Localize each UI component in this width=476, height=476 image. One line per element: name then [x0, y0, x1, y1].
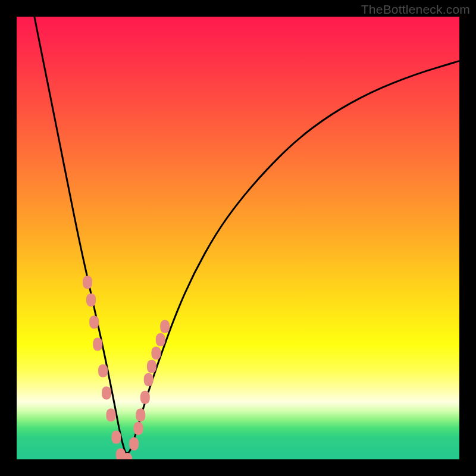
highlight-dot	[160, 320, 170, 333]
highlight-dot	[140, 391, 150, 404]
highlight-dot	[83, 275, 92, 289]
bottleneck-curve	[35, 17, 459, 453]
highlight-dot	[134, 422, 143, 435]
highlight-dot	[107, 409, 116, 422]
highlight-dot	[111, 431, 121, 444]
highlight-dot	[93, 338, 102, 351]
highlight-dot	[86, 293, 96, 306]
highlight-dot	[98, 364, 108, 377]
highlight-dot	[144, 373, 154, 386]
chart-frame: TheBottleneck.com	[0, 0, 476, 476]
highlight-dot	[136, 409, 145, 422]
watermark-text: TheBottleneck.com	[361, 2, 470, 17]
highlight-dot	[102, 386, 111, 399]
highlight-dot	[147, 360, 156, 373]
highlight-dot	[89, 315, 99, 328]
highlight-dot	[151, 346, 161, 359]
curve-layer	[17, 17, 459, 459]
highlight-dot	[129, 437, 139, 450]
plot-area	[17, 17, 459, 459]
highlight-dot	[156, 333, 165, 346]
